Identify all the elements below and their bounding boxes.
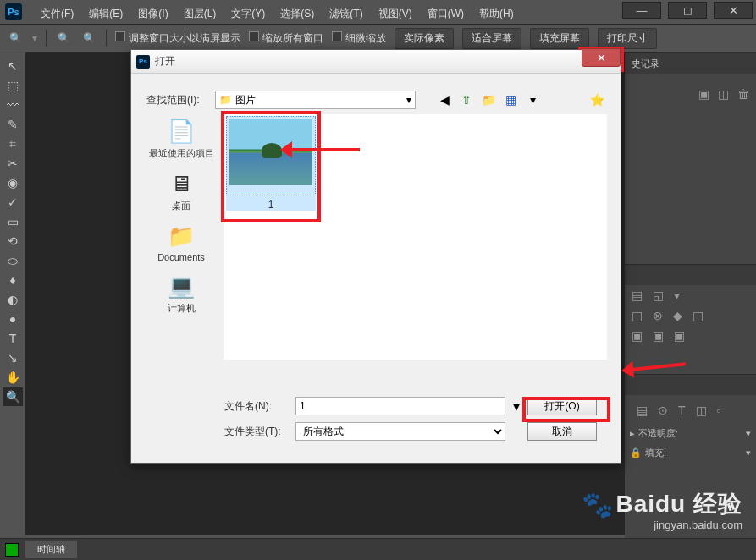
dialog-title: 打开 (155, 54, 175, 69)
blur-tool[interactable]: ◐ (3, 290, 23, 309)
favorite-icon[interactable]: ⭐ (588, 91, 605, 108)
panel-icon[interactable]: ▤ (632, 288, 643, 302)
zoom-out-icon[interactable]: 🔍 (80, 30, 97, 47)
panel-icon[interactable]: ◫ (693, 309, 704, 322)
open-dialog: Ps 打开 ✕ 查找范围(I): 📁 图片 ▾ ◀ ⇧ 📁 ▦ ▾ ⭐ 📄最近使… (130, 49, 621, 464)
menu-layer[interactable]: 图层(L) (177, 4, 223, 24)
marquee-tool[interactable]: ⬚ (3, 76, 23, 95)
place-documents[interactable]: 📁Documents (157, 222, 205, 262)
file-label: 1 (226, 195, 316, 211)
new-snapshot-icon[interactable]: ▣ (698, 87, 709, 101)
type-tool[interactable]: T (3, 329, 23, 348)
panel-icon[interactable]: ⊗ (653, 309, 663, 322)
back-icon[interactable]: ◀ (436, 91, 453, 108)
opacity-label: 不透明度: (638, 427, 678, 440)
fill-screen-button[interactable]: 填充屏幕 (530, 28, 589, 49)
menu-image[interactable]: 图像(I) (131, 4, 174, 24)
eyedropper-tool[interactable]: ✂ (3, 154, 23, 173)
menu-type[interactable]: 文字(Y) (224, 4, 272, 24)
menu-filter[interactable]: 滤镜(T) (323, 4, 369, 24)
filetype-select[interactable]: 所有格式 (295, 422, 505, 441)
filename-label: 文件名(N): (224, 399, 290, 414)
crop-tool[interactable]: ⌗ (3, 135, 23, 153)
place-desktop[interactable]: 🖥桌面 (167, 170, 196, 212)
cancel-button[interactable]: 取消 (527, 422, 597, 441)
zoom-all-checkbox[interactable]: 缩放所有窗口 (249, 31, 323, 46)
resize-fit-checkbox[interactable]: 调整窗口大小以满屏显示 (115, 31, 240, 46)
fit-screen-button[interactable]: 适合屏幕 (462, 28, 521, 49)
dropdown-icon: ▾ (406, 94, 411, 106)
menu-file[interactable]: 文件(F) (34, 4, 80, 24)
gradient-tool[interactable]: ♦ (3, 271, 23, 289)
dialog-close-button[interactable]: ✕ (582, 48, 621, 67)
look-in-select[interactable]: 📁 图片 ▾ (215, 91, 416, 109)
delete-icon[interactable]: 🗑 (737, 87, 749, 101)
options-bar: 🔍 ▾ 🔍 🔍 调整窗口大小以满屏显示 缩放所有窗口 细微缩放 实际像素 适合屏… (0, 24, 756, 52)
open-button[interactable]: 打开(O) (527, 397, 597, 415)
panel-icon[interactable]: ◫ (632, 309, 643, 322)
ps-icon: Ps (136, 55, 150, 69)
move-tool[interactable]: ↖ (3, 57, 23, 75)
eraser-tool[interactable]: ⬭ (3, 251, 23, 270)
fill-label: 填充: (645, 447, 666, 459)
timeline-tab[interactable]: 时间轴 (25, 541, 77, 558)
foreground-color[interactable] (5, 543, 19, 557)
place-recent[interactable]: 📄最近使用的项目 (149, 118, 214, 160)
file-thumbnail (229, 119, 312, 185)
annotation-arrow (284, 148, 360, 151)
history-brush-tool[interactable]: ⟲ (3, 232, 23, 250)
file-item-selected[interactable]: 1 (221, 111, 321, 222)
up-icon[interactable]: ⇧ (458, 91, 475, 108)
wand-tool[interactable]: ✎ (3, 115, 23, 134)
menu-view[interactable]: 视图(V) (372, 4, 419, 24)
stamp-tool[interactable]: ▭ (3, 212, 23, 231)
new-doc-icon[interactable]: ◫ (718, 87, 729, 101)
heal-tool[interactable]: ◉ (3, 173, 23, 192)
hand-tool[interactable]: ✋ (3, 368, 23, 387)
panel-icon[interactable]: ◱ (653, 288, 664, 302)
look-in-label: 查找范围(I): (146, 93, 210, 107)
filename-input[interactable] (295, 397, 505, 415)
panel-icon[interactable]: ▤ (637, 404, 648, 417)
panel-icon[interactable]: T (678, 404, 686, 417)
panel-icon[interactable]: ▣ (674, 329, 685, 343)
menu-window[interactable]: 窗口(W) (421, 4, 471, 24)
dodge-tool[interactable]: ● (3, 310, 23, 328)
zoom-tool-icon[interactable]: 🔍 (7, 30, 24, 47)
minimize-button[interactable]: — (622, 2, 661, 19)
scrubby-checkbox[interactable]: 细微缩放 (332, 31, 386, 46)
filename-dropdown-icon[interactable]: ▾ (510, 398, 522, 415)
maximize-button[interactable]: ◻ (668, 2, 707, 19)
panel-icon[interactable]: ⊙ (658, 404, 668, 417)
lasso-tool[interactable]: 〰 (3, 96, 23, 114)
folder-icon: 📁 (219, 94, 232, 106)
timeline-bar: 时间轴 (0, 538, 756, 560)
zoom-tool[interactable]: 🔍 (3, 387, 23, 406)
history-panel-tab[interactable]: 史记录 (632, 58, 659, 70)
menu-help[interactable]: 帮助(H) (472, 4, 521, 24)
brush-tool[interactable]: ✓ (3, 193, 23, 211)
right-panels: 史记录 ▣ ◫ 🗑 ▤ ◱ ▾ ◫ ⊗ ◆ ◫ ▣ ▣ (625, 52, 756, 560)
menu-select[interactable]: 选择(S) (273, 4, 321, 24)
tools-panel: ↖ ⬚ 〰 ✎ ⌗ ✂ ◉ ✓ ▭ ⟲ ⬭ ♦ ◐ ● T ↘ ✋ 🔍 (0, 52, 25, 560)
filetype-label: 文件类型(T): (224, 425, 290, 439)
print-size-button[interactable]: 打印尺寸 (598, 28, 657, 49)
zoom-in-icon[interactable]: 🔍 (55, 30, 72, 47)
places-bar: 📄最近使用的项目 🖥桌面 📁Documents 💻计算机 (143, 118, 219, 323)
close-button[interactable]: ✕ (714, 2, 753, 19)
panel-icon[interactable]: ◫ (696, 404, 707, 417)
menu-edit[interactable]: 编辑(E) (82, 4, 130, 24)
watermark: 🐾Baidu 经验 jingyan.baidu.com (582, 488, 742, 531)
panel-icon[interactable]: ▣ (632, 329, 643, 343)
path-select-tool[interactable]: ↘ (3, 349, 23, 367)
panel-icon[interactable]: ◆ (673, 309, 682, 322)
ps-logo: Ps (5, 3, 22, 20)
actual-pixels-button[interactable]: 实际像素 (395, 28, 454, 49)
view-menu-icon[interactable]: ▦ (502, 91, 519, 108)
place-computer[interactable]: 💻计算机 (167, 272, 196, 315)
view-dropdown-icon[interactable]: ▾ (524, 91, 541, 108)
panel-icon[interactable]: ▾ (674, 288, 680, 302)
new-folder-icon[interactable]: 📁 (480, 91, 497, 108)
panel-icon[interactable]: ▣ (653, 329, 664, 343)
panel-icon[interactable]: ▫ (717, 404, 721, 417)
